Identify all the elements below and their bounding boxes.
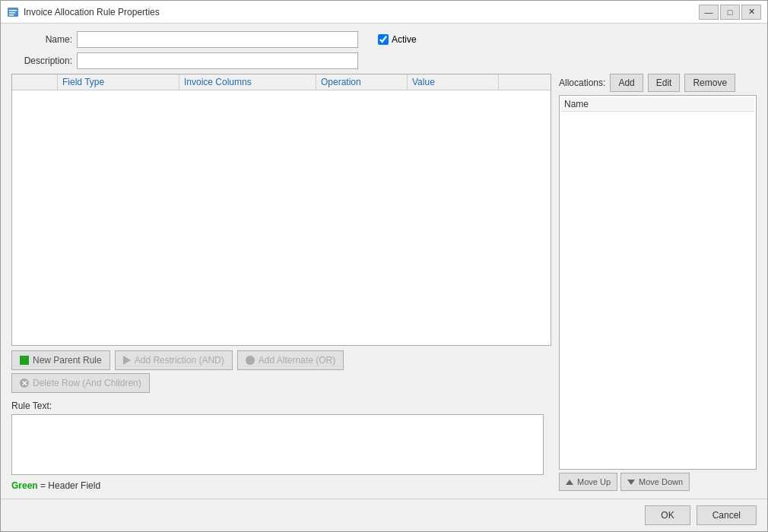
allocations-edit-button[interactable]: Edit [648,74,681,92]
rules-grid: Field Type Invoice Columns Operation Val… [11,74,551,346]
window-icon [7,6,19,18]
grid-col-value: Value [408,74,499,90]
active-area: Active [378,34,417,45]
window-title: Invoice Allocation Rule Properties [24,7,699,17]
new-parent-rule-button[interactable]: New Parent Rule [11,350,110,370]
add-alternate-label: Add Alternate (OR) [259,355,335,366]
grid-col-icon [12,74,58,90]
new-parent-rule-label: New Parent Rule [33,355,102,366]
circle-icon [246,356,255,365]
legend: Green = Header Field [11,480,551,491]
grid-header: Field Type Invoice Columns Operation Val… [12,74,551,90]
allocations-col-header: Name [561,97,754,112]
name-label: Name: [11,34,72,45]
svg-rect-3 [9,14,14,16]
footer: OK Cancel [1,499,767,531]
left-section: Field Type Invoice Columns Operation Val… [11,74,551,491]
description-input[interactable] [77,52,358,69]
move-down-label: Move Down [639,477,683,486]
grid-col-operation: Operation [316,74,408,90]
description-row: Description: [11,52,757,69]
delete-row-label: Delete Row (And Children) [33,378,141,388]
main-section: Field Type Invoice Columns Operation Val… [11,74,757,491]
minimize-button[interactable]: — [699,5,719,20]
ok-button[interactable]: OK [645,505,690,525]
legend-green-text: Green [11,480,38,491]
title-bar: Invoice Allocation Rule Properties — □ ✕ [1,1,767,24]
name-row: Name: Active [11,31,757,48]
active-label: Active [392,34,417,45]
allocations-header: Allocations: Add Edit Remove [559,74,757,92]
main-content: Name: Active Description: Field Type Inv… [1,24,767,499]
legend-equals-text: = Header Field [40,480,100,491]
move-down-button[interactable]: Move Down [620,473,690,491]
delete-icon: ✕ [20,378,29,388]
rule-text-section: Rule Text: [11,401,551,477]
grid-col-invoice-columns: Invoice Columns [179,74,316,90]
action-row-2: ✕ Delete Row (And Children) [11,373,551,393]
add-alternate-button[interactable]: Add Alternate (OR) [237,350,344,370]
right-section: Allocations: Add Edit Remove Name Move U… [559,74,757,491]
add-restriction-button[interactable]: Add Restriction (AND) [115,350,233,370]
close-button[interactable]: ✕ [741,5,761,20]
cancel-button[interactable]: Cancel [697,505,757,525]
action-row-1: New Parent Rule Add Restriction (AND) Ad… [11,350,551,370]
rule-text-input[interactable] [11,414,544,475]
add-restriction-label: Add Restriction (AND) [135,355,224,366]
allocations-add-button[interactable]: Add [610,74,643,92]
triangle-icon [123,356,131,365]
main-window: Invoice Allocation Rule Properties — □ ✕… [0,0,768,532]
allocations-remove-button[interactable]: Remove [684,74,735,92]
grid-body [12,90,551,242]
up-arrow-icon [566,480,573,485]
move-buttons: Move Up Move Down [559,473,757,491]
move-up-label: Move Up [577,477,611,486]
active-checkbox[interactable] [378,34,389,45]
name-input[interactable] [77,31,358,48]
allocations-label: Allocations: [559,78,605,88]
move-up-button[interactable]: Move Up [559,473,617,491]
window-controls: — □ ✕ [699,5,761,20]
allocations-list: Name [559,95,757,470]
green-square-icon [20,356,29,365]
svg-rect-2 [9,12,15,14]
grid-col-field-type: Field Type [58,74,179,90]
down-arrow-icon [627,480,635,485]
delete-row-button[interactable]: ✕ Delete Row (And Children) [11,373,150,393]
description-label: Description: [11,55,72,66]
maximize-button[interactable]: □ [720,5,740,20]
svg-rect-1 [9,10,17,11]
rule-text-label: Rule Text: [11,401,551,411]
